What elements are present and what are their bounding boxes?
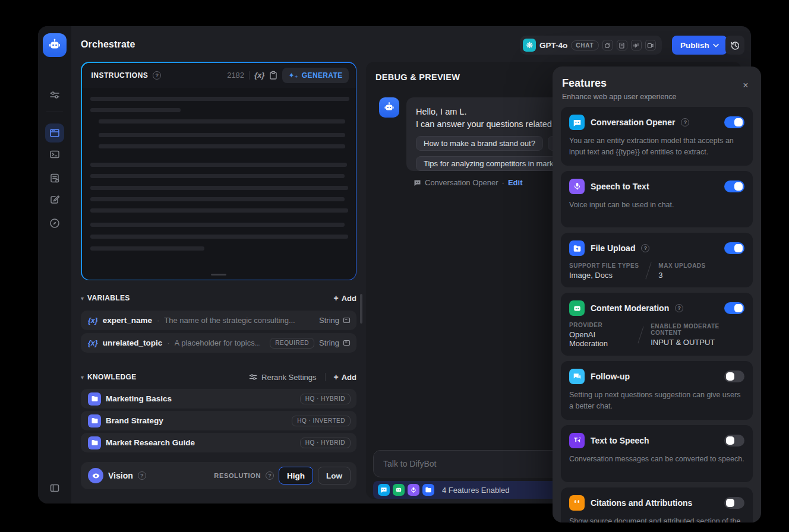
knowledge-row[interactable]: Brand Strategy HQ · INVERTED: [81, 411, 356, 430]
text-to-speech-icon: [569, 433, 585, 448]
variable-name: unrelated_topic: [103, 338, 163, 347]
monitoring-compass-nav-icon[interactable]: [45, 214, 64, 233]
vision-title: Vision: [108, 471, 133, 480]
follow-up-toggle[interactable]: [724, 370, 744, 382]
debug-preview-title: DEBUG & PREVIEW: [375, 72, 460, 82]
opener-edit-link[interactable]: Edit: [508, 178, 523, 187]
vision-row: Vision ? RESOLUTION ? High Low: [81, 462, 356, 489]
variable-type: String: [319, 316, 339, 325]
plus-icon: +: [334, 372, 339, 382]
citations-toggle[interactable]: [724, 497, 744, 509]
feature-card-citations: Citations and Attributions Show source d…: [561, 487, 753, 523]
knowledge-folder-icon: [88, 414, 101, 428]
required-badge: REQUIRED: [270, 338, 314, 349]
conversation-opener-toggle[interactable]: [724, 116, 744, 128]
insert-variable-icon[interactable]: {x}: [254, 71, 264, 80]
feature-card-content-moderation: Content Moderation ? PROVIDER OpenAI Mod…: [561, 293, 753, 356]
variables-header: ▾ VARIABLES + Add: [81, 292, 356, 305]
upload-feature-icon: [422, 484, 434, 496]
generate-button[interactable]: ✦₊ GENERATE: [282, 68, 348, 83]
opener-feature-icon: [378, 484, 390, 496]
moderation-feature-icon: [393, 484, 405, 496]
content-moderation-toggle[interactable]: [724, 302, 744, 314]
model-mode-badge: CHAT: [571, 40, 598, 50]
help-icon[interactable]: ?: [641, 244, 649, 252]
opener-label: Conversation Opener: [425, 178, 498, 187]
openai-logo-icon: ❋: [523, 39, 536, 52]
copy-clipboard-icon[interactable]: [269, 71, 277, 80]
rerank-label: Rerank Settings: [261, 373, 317, 382]
text-to-speech-toggle[interactable]: [724, 435, 744, 446]
generate-label: GENERATE: [302, 71, 343, 80]
feature-card-conversation-opener: Conversation Opener ? You are an entity …: [561, 107, 753, 166]
vision-eye-icon: [88, 468, 103, 483]
feature-card-text-to-speech: Text to Speech Conversation messages can…: [561, 425, 753, 482]
variable-token-icon: {x}: [88, 339, 98, 347]
model-capability-audio-icon: [631, 40, 642, 50]
resize-handle[interactable]: [211, 274, 226, 276]
knowledge-name: Brand Strategy: [106, 416, 163, 425]
logs-document-nav-icon[interactable]: [45, 169, 64, 188]
features-panel: Features Enhance web app user experience…: [553, 66, 761, 522]
conversation-opener-row: Conversation Opener · Edit: [414, 178, 522, 187]
content-moderation-icon: [569, 300, 585, 316]
bot-avatar: [379, 97, 399, 118]
speech-to-text-toggle[interactable]: [724, 180, 744, 192]
instructions-card: INSTRUCTIONS ? 2182 {x} ✦₊ GENERATE: [81, 62, 356, 280]
variable-row[interactable]: {x} unrelated_topic · A placeholder for …: [81, 333, 356, 353]
help-icon[interactable]: ?: [675, 304, 683, 312]
resolution-label: RESOLUTION: [214, 472, 261, 479]
features-enabled-label: 4 Features Enabled: [442, 486, 509, 495]
annotation-nav-icon[interactable]: [45, 190, 64, 209]
collapse-panel-icon[interactable]: [45, 479, 64, 498]
instructions-title: INSTRUCTIONS: [91, 71, 149, 80]
variable-description: A placeholder for topics...: [175, 338, 261, 347]
rerank-sliders-icon: [249, 373, 257, 381]
feature-card-follow-up: Follow-up Setting up next questions sugg…: [561, 361, 753, 420]
knowledge-name: Market Research Guide: [106, 438, 195, 447]
opener-chat-icon: [414, 179, 421, 186]
knowledge-folder-icon: [88, 436, 101, 449]
help-icon[interactable]: ?: [681, 118, 689, 126]
speech-to-text-icon: [569, 179, 585, 194]
settings-sliders-icon[interactable]: [45, 86, 64, 104]
publish-label: Publish: [680, 41, 709, 50]
app-logo-robot-icon[interactable]: [43, 33, 67, 57]
feature-description: Conversation messages can be converted t…: [569, 454, 744, 474]
file-upload-toggle[interactable]: [724, 242, 744, 254]
add-knowledge-button[interactable]: + Add: [334, 372, 356, 382]
knowledge-name: Marketing Basics: [106, 394, 172, 403]
char-count: 2182: [227, 71, 244, 80]
sparkle-icon: ✦₊: [288, 71, 298, 80]
knowledge-row[interactable]: Marketing Basics HQ · HYBRID: [81, 389, 356, 408]
variable-row[interactable]: {x} expert_name · The name of the strate…: [81, 311, 356, 330]
knowledge-badge: HQ · HYBRID: [300, 394, 351, 404]
screen: Orchestrate ❋ GPT-4o CHAT P: [0, 0, 789, 532]
suggested-question-chip[interactable]: Tips for analyzing competitors in market: [416, 156, 567, 171]
close-icon[interactable]: ×: [740, 80, 752, 91]
version-history-button[interactable]: [725, 36, 744, 55]
feature-card-speech-to-text: Speech to Text Voice input can be used i…: [561, 171, 753, 228]
chevron-down-icon: [713, 43, 719, 48]
scrollbar-thumb[interactable]: [360, 294, 362, 324]
terminal-nav-icon[interactable]: [45, 145, 64, 164]
orchestrate-nav-icon[interactable]: [45, 124, 64, 142]
feature-description: You are an entity extraction model that …: [569, 135, 744, 158]
instructions-help-icon[interactable]: ?: [153, 71, 161, 80]
knowledge-row[interactable]: Market Research Guide HQ · HYBRID: [81, 433, 356, 452]
vision-help-icon[interactable]: ?: [138, 471, 146, 480]
model-selector[interactable]: ❋ GPT-4o CHAT: [520, 36, 662, 55]
speech-feature-icon: [408, 484, 419, 496]
resolution-high-button[interactable]: High: [279, 467, 313, 484]
rerank-settings-button[interactable]: Rerank Settings: [249, 373, 317, 382]
features-panel-subtitle: Enhance web app user experience: [562, 93, 677, 101]
chevron-down-icon[interactable]: ▾: [81, 374, 84, 381]
page-title: Orchestrate: [81, 39, 135, 50]
resolution-low-button[interactable]: Low: [318, 467, 351, 484]
model-capability-document-icon: [617, 40, 627, 50]
add-variable-button[interactable]: + Add: [334, 293, 356, 303]
suggested-question-chip[interactable]: How to make a brand stand out?: [416, 136, 543, 151]
chevron-down-icon[interactable]: ▾: [81, 295, 84, 302]
resolution-help-icon[interactable]: ?: [266, 471, 274, 480]
publish-button[interactable]: Publish: [672, 36, 727, 55]
